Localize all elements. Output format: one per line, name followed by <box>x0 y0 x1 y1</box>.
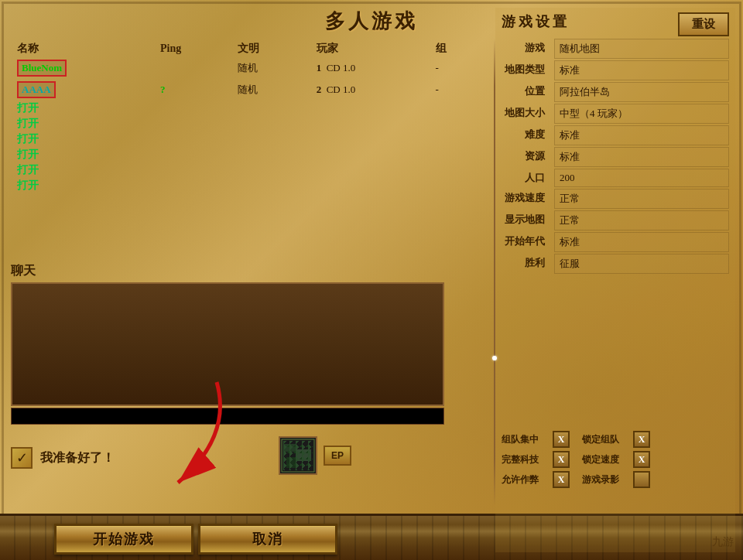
toggle-1a[interactable]: X <box>553 451 570 468</box>
svg-rect-0 <box>280 438 316 473</box>
chat-input[interactable] <box>11 408 444 425</box>
open-slot[interactable]: 打开 <box>11 147 483 162</box>
ready-checkbox[interactable]: ✓ <box>11 447 33 469</box>
page-title: 多人游戏 <box>325 10 418 32</box>
jiuyou-logo: 九游 <box>712 535 734 549</box>
player-name-text: BlueNom <box>22 62 62 73</box>
table-row: BlueNom 随机 1 CD 1.0 - <box>11 57 483 79</box>
setting-label-3: 地图大小 <box>502 104 548 124</box>
setting-value-4[interactable]: 标准 <box>554 125 729 145</box>
open-slot[interactable]: 打开 <box>11 116 483 131</box>
toggle-label-2b: 游戏录影 <box>582 473 628 487</box>
reset-button[interactable]: 重设 <box>678 12 729 36</box>
toggle-0b[interactable]: X <box>633 431 650 448</box>
open-slot[interactable]: 打开 <box>11 101 483 116</box>
setting-label-9: 开始年代 <box>502 232 548 252</box>
setting-label-6: 人口 <box>502 169 548 187</box>
table-row: AAAA ? 随机 2 CD 1.0 - <box>11 79 483 101</box>
setting-label-10: 胜利 <box>502 254 548 274</box>
minimap-section: EP <box>279 436 351 475</box>
bottom-settings-area: 组队集中 X 锁定组队 X 完整科技 X 锁定速度 X 允许作弊 X 游戏录影 <box>495 428 735 494</box>
settings-grid: 游戏 随机地图 地图类型 标准 位置 阿拉伯半岛 地图大小 中型（4 玩家） 难… <box>495 36 735 277</box>
toggle-label-1b: 锁定速度 <box>582 453 628 466</box>
ready-section: ✓ 我准备好了！ <box>11 447 115 469</box>
col-header-civ: 文明 <box>231 40 310 57</box>
player-num-cell: 2 CD 1.0 <box>310 79 430 101</box>
setting-label-8: 显示地图 <box>502 210 548 230</box>
player-ping-cell: ? <box>154 79 231 101</box>
toggle-label-0a: 组队集中 <box>502 433 548 446</box>
settings-header: 游戏设置 重设 <box>495 8 735 36</box>
player-team-cell: - <box>430 57 483 79</box>
setting-label-7: 游戏速度 <box>502 189 548 209</box>
player-name-text: AAAA <box>22 84 51 95</box>
player-num-cell: 1 CD 1.0 <box>310 57 430 79</box>
chat-section: 聊天 <box>11 263 444 425</box>
setting-label-4: 难度 <box>502 125 548 145</box>
toggle-1b[interactable]: X <box>633 451 650 468</box>
setting-value-10[interactable]: 征服 <box>554 254 729 274</box>
player-team-cell: - <box>430 79 483 101</box>
svg-rect-2 <box>296 449 311 461</box>
toggle-label-1a: 完整科技 <box>502 453 548 466</box>
open-slot[interactable]: 打开 <box>11 162 483 178</box>
cancel-button[interactable]: 取消 <box>198 524 337 555</box>
svg-rect-3 <box>286 457 296 468</box>
settings-row-0: 组队集中 X 锁定组队 X <box>502 431 729 448</box>
col-header-name: 名称 <box>11 40 154 57</box>
setting-value-2[interactable]: 阿拉伯半岛 <box>554 82 729 102</box>
table-header-row: 名称 Ping 文明 玩家 组 <box>11 40 483 57</box>
chat-box <box>11 282 444 406</box>
player-name-highlighted: BlueNom <box>17 60 67 77</box>
ep-button[interactable]: EP <box>324 446 351 466</box>
setting-value-6[interactable]: 200 <box>554 169 729 187</box>
setting-label-0: 游戏 <box>502 39 548 59</box>
setting-value-1[interactable]: 标准 <box>554 60 729 80</box>
open-slot[interactable]: 打开 <box>11 178 483 193</box>
col-header-team: 组 <box>430 40 483 57</box>
setting-value-5[interactable]: 标准 <box>554 147 729 167</box>
player-table: 名称 Ping 文明 玩家 组 BlueNom 随机 1 CD 1.0 - <box>11 40 483 101</box>
action-buttons-container: 开始游戏 取消 <box>54 524 337 555</box>
start-game-button[interactable]: 开始游戏 <box>54 524 193 555</box>
player-name-cell: AAAA <box>11 79 154 101</box>
player-ping-cell <box>154 57 231 79</box>
setting-value-7[interactable]: 正常 <box>554 189 729 209</box>
minimap-svg <box>280 438 316 473</box>
svg-rect-1 <box>284 444 296 452</box>
player-name-cell: BlueNom <box>11 57 154 79</box>
settings-title: 游戏设置 <box>502 9 570 34</box>
setting-value-8[interactable]: 正常 <box>554 210 729 230</box>
col-header-ping: Ping <box>154 40 231 57</box>
minimap-display[interactable] <box>279 436 317 475</box>
setting-label-1: 地图类型 <box>502 60 548 80</box>
chat-label: 聊天 <box>11 263 444 279</box>
toggle-label-2a: 允许作弊 <box>502 473 548 487</box>
cursor-indicator <box>492 356 497 360</box>
player-civ-cell: 随机 <box>231 57 310 79</box>
setting-label-5: 资源 <box>502 147 548 167</box>
setting-value-3[interactable]: 中型（4 玩家） <box>554 104 729 124</box>
toggle-0a[interactable]: X <box>553 431 570 448</box>
player-civ-cell: 随机 <box>231 79 310 101</box>
player-list-area: 名称 Ping 文明 玩家 组 BlueNom 随机 1 CD 1.0 - <box>11 40 483 193</box>
open-slots-list: 打开 打开 打开 打开 打开 打开 <box>11 101 483 193</box>
toggle-label-0b: 锁定组队 <box>582 433 628 446</box>
toggle-2b[interactable] <box>633 471 650 488</box>
ready-label: 我准备好了！ <box>40 450 115 466</box>
settings-row-1: 完整科技 X 锁定速度 X <box>502 451 729 468</box>
main-background: 多人游戏 名称 Ping 文明 玩家 组 BlueNom 随机 <box>0 0 743 560</box>
open-slot[interactable]: 打开 <box>11 131 483 147</box>
settings-row-2: 允许作弊 X 游戏录影 <box>502 471 729 488</box>
setting-value-9[interactable]: 标准 <box>554 232 729 252</box>
svg-rect-4 <box>282 439 314 472</box>
col-header-player: 玩家 <box>310 40 430 57</box>
setting-value-0[interactable]: 随机地图 <box>554 39 729 59</box>
settings-panel: 游戏设置 重设 游戏 随机地图 地图类型 标准 位置 阿拉伯半岛 地图大小 中型… <box>495 8 735 552</box>
toggle-2a[interactable]: X <box>553 471 570 488</box>
player-name-highlighted: AAAA <box>17 81 56 98</box>
setting-label-2: 位置 <box>502 82 548 102</box>
